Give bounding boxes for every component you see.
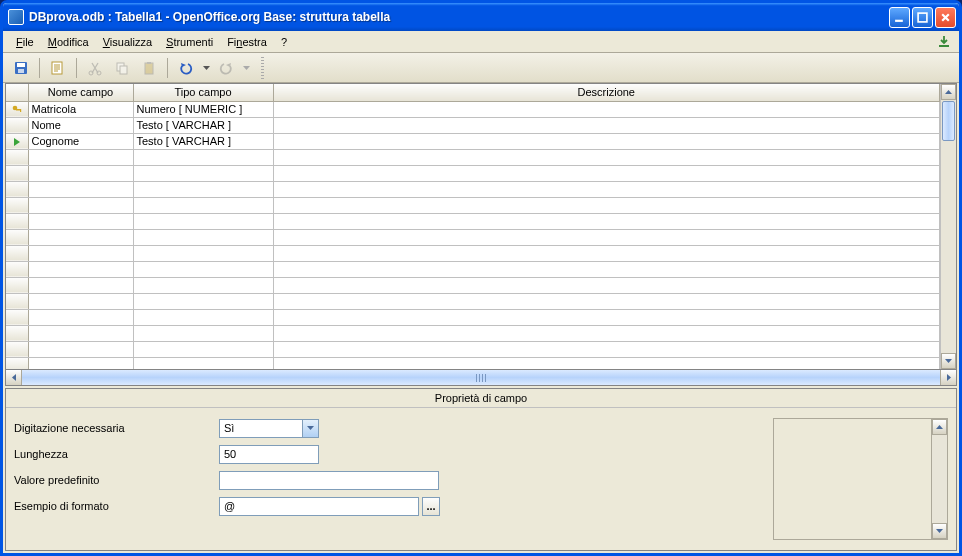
row-header[interactable] <box>6 181 28 197</box>
vertical-scrollbar[interactable] <box>940 84 956 369</box>
cell-type[interactable] <box>133 181 273 197</box>
menu-strumenti[interactable]: Strumenti <box>159 34 220 50</box>
close-button[interactable] <box>935 7 956 28</box>
cell-type[interactable] <box>133 325 273 341</box>
cell-name[interactable] <box>28 181 133 197</box>
row-header[interactable] <box>6 341 28 357</box>
cell-desc[interactable] <box>273 213 940 229</box>
table-row[interactable] <box>6 341 956 357</box>
grip-icon[interactable] <box>261 57 264 79</box>
cell-desc[interactable] <box>273 101 940 117</box>
cell-type[interactable] <box>133 165 273 181</box>
cell-type[interactable] <box>133 357 273 369</box>
table-row[interactable] <box>6 357 956 369</box>
maximize-button[interactable] <box>912 7 933 28</box>
download-icon[interactable] <box>935 33 953 51</box>
cell-name[interactable] <box>28 357 133 369</box>
scroll-down-icon[interactable] <box>941 353 956 369</box>
minimize-button[interactable] <box>889 7 910 28</box>
help-scrollbar[interactable] <box>931 419 947 539</box>
redo-dropdown[interactable] <box>241 66 251 70</box>
cell-type[interactable] <box>133 149 273 165</box>
row-header[interactable] <box>6 149 28 165</box>
cell-type[interactable] <box>133 341 273 357</box>
cell-type[interactable] <box>133 277 273 293</box>
row-header[interactable] <box>6 197 28 213</box>
scroll-track[interactable] <box>22 370 940 385</box>
table-row[interactable] <box>6 149 956 165</box>
key-icon[interactable] <box>6 101 28 117</box>
cell-desc[interactable] <box>273 309 940 325</box>
col-header-name[interactable]: Nome campo <box>28 84 133 101</box>
scroll-thumb[interactable] <box>942 101 955 141</box>
table-row[interactable] <box>6 309 956 325</box>
current-row-icon[interactable] <box>6 133 28 149</box>
scroll-right-icon[interactable] <box>940 370 956 385</box>
undo-dropdown[interactable] <box>201 66 211 70</box>
horizontal-scrollbar[interactable] <box>5 370 957 386</box>
scroll-up-icon[interactable] <box>932 419 947 435</box>
scroll-down-icon[interactable] <box>932 523 947 539</box>
cell-desc[interactable] <box>273 245 940 261</box>
save-button[interactable] <box>9 56 33 80</box>
chevron-down-icon[interactable] <box>302 420 318 437</box>
cell-name[interactable] <box>28 325 133 341</box>
cell-type[interactable]: Testo [ VARCHAR ] <box>133 133 273 149</box>
table-row[interactable]: NomeTesto [ VARCHAR ] <box>6 117 956 133</box>
row-header[interactable] <box>6 325 28 341</box>
table-row[interactable] <box>6 229 956 245</box>
cell-type[interactable]: Testo [ VARCHAR ] <box>133 117 273 133</box>
format-more-button[interactable]: ... <box>422 497 440 516</box>
table-row[interactable] <box>6 245 956 261</box>
cell-desc[interactable] <box>273 341 940 357</box>
col-header-type[interactable]: Tipo campo <box>133 84 273 101</box>
row-header[interactable] <box>6 245 28 261</box>
cell-desc[interactable] <box>273 133 940 149</box>
cell-desc[interactable] <box>273 197 940 213</box>
cell-desc[interactable] <box>273 149 940 165</box>
menu-modifica[interactable]: Modifica <box>41 34 96 50</box>
cell-name[interactable] <box>28 341 133 357</box>
cell-name[interactable] <box>28 277 133 293</box>
cell-type[interactable] <box>133 229 273 245</box>
scroll-left-icon[interactable] <box>6 370 22 385</box>
cell-name[interactable] <box>28 309 133 325</box>
row-header[interactable] <box>6 357 28 369</box>
cell-type[interactable] <box>133 309 273 325</box>
cell-desc[interactable] <box>273 293 940 309</box>
table-row[interactable] <box>6 277 956 293</box>
cell-desc[interactable] <box>273 165 940 181</box>
cell-type[interactable] <box>133 213 273 229</box>
cell-type[interactable] <box>133 197 273 213</box>
table-row[interactable] <box>6 197 956 213</box>
row-header[interactable] <box>6 213 28 229</box>
rowhead-corner[interactable] <box>6 84 28 101</box>
row-header[interactable] <box>6 261 28 277</box>
row-header[interactable] <box>6 277 28 293</box>
row-header[interactable] <box>6 165 28 181</box>
cell-type[interactable]: Numero [ NUMERIC ] <box>133 101 273 117</box>
scroll-up-icon[interactable] <box>941 84 956 100</box>
table-row[interactable] <box>6 213 956 229</box>
table-row[interactable] <box>6 165 956 181</box>
titlebar[interactable]: DBprova.odb : Tabella1 - OpenOffice.org … <box>3 3 959 31</box>
cell-desc[interactable] <box>273 357 940 369</box>
cell-name[interactable] <box>28 213 133 229</box>
undo-button[interactable] <box>174 56 198 80</box>
table-row[interactable] <box>6 181 956 197</box>
edit-button[interactable] <box>46 56 70 80</box>
table-row[interactable]: CognomeTesto [ VARCHAR ] <box>6 133 956 149</box>
cell-type[interactable] <box>133 261 273 277</box>
cell-name[interactable]: Nome <box>28 117 133 133</box>
cell-name[interactable] <box>28 261 133 277</box>
format-input[interactable] <box>219 497 419 516</box>
cell-name[interactable]: Cognome <box>28 133 133 149</box>
table-row[interactable] <box>6 261 956 277</box>
row-header[interactable] <box>6 293 28 309</box>
cell-desc[interactable] <box>273 325 940 341</box>
cell-name[interactable] <box>28 229 133 245</box>
cell-name[interactable] <box>28 197 133 213</box>
row-header[interactable] <box>6 309 28 325</box>
cell-desc[interactable] <box>273 277 940 293</box>
cell-desc[interactable] <box>273 117 940 133</box>
